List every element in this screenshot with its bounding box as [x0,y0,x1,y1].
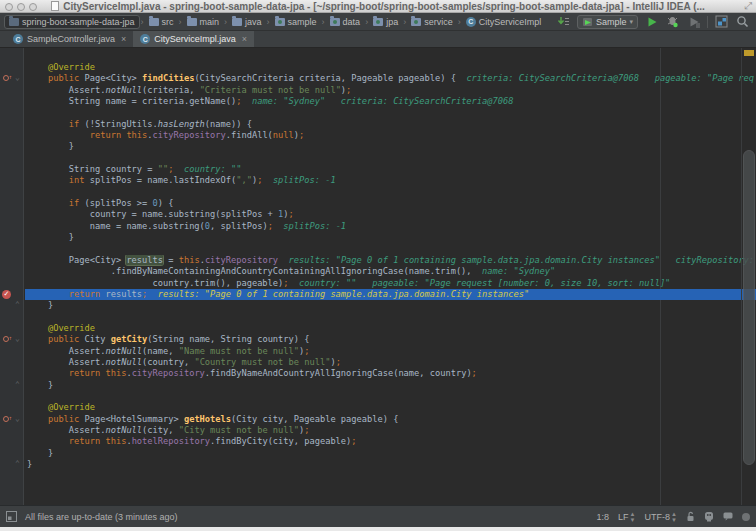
gutter-cell[interactable] [0,221,25,232]
code-line[interactable]: country.trim(), pageable); country: "" p… [0,278,756,289]
code-line[interactable] [0,187,756,198]
code-line[interactable] [0,244,756,255]
breadcrumb-item-service[interactable]: service [407,16,457,28]
code-line[interactable] [0,107,756,118]
code-line[interactable]: Assert.notNull(criteria, "Criteria must … [0,85,756,96]
execution-line[interactable]: return results; results: "Page 0 of 1 co… [0,289,756,300]
gutter-cell[interactable] [0,448,25,459]
encoding-select[interactable]: UTF-8▲▼ [645,511,677,523]
code-line[interactable]: } [0,448,756,459]
gutter-cell[interactable] [0,209,25,220]
gutter-cell[interactable] [0,73,25,84]
override-method-icon[interactable] [3,75,9,81]
gutter-cell[interactable] [0,334,25,345]
gutter-cell[interactable] [0,175,25,186]
code-line[interactable] [0,391,756,402]
gutter-cell[interactable] [0,436,25,447]
code-line[interactable]: } [0,232,756,243]
run-button[interactable] [644,15,659,29]
gutter-cell[interactable] [0,164,25,175]
gutter-cell[interactable] [0,119,25,130]
gutter-cell[interactable] [0,459,25,470]
code-line[interactable]: } [0,300,756,311]
fold-collapse-icon[interactable] [15,414,20,424]
gutter-cell[interactable] [0,402,25,413]
breakpoint-icon[interactable] [2,290,11,299]
code-line[interactable]: @Override [0,402,756,413]
feedback-bubble-icon[interactable] [723,512,733,521]
code-line[interactable]: public Page<HotelSummary> getHotels(City… [0,414,756,425]
breadcrumb-item-src[interactable]: src [145,16,178,28]
code-line[interactable]: } [0,380,756,391]
code-editor[interactable]: @Override public Page<City> findCities(C… [0,48,756,505]
fold-end-icon[interactable] [15,300,20,310]
gutter-cell[interactable] [0,391,25,402]
breadcrumb-item-data[interactable]: data [326,16,365,28]
gutter-cell[interactable] [0,380,25,391]
vcs-update-icon[interactable] [556,15,571,29]
gutter-cell[interactable] [0,323,25,334]
gutter-cell[interactable] [0,141,25,152]
gutter-cell[interactable] [0,62,25,73]
gutter-cell[interactable] [0,300,25,311]
restore-layout-icon[interactable] [714,15,729,29]
code-line[interactable]: .findByNameContainingAndCountryContainin… [0,266,756,277]
scrollbar-thumb[interactable] [743,150,755,465]
code-line[interactable]: country = name.substring(splitPos + 1); [0,209,756,220]
code-line[interactable] [0,312,756,323]
code-line[interactable]: if (!StringUtils.hasLength(name)) { [0,119,756,130]
gutter-cell[interactable] [0,244,25,255]
run-config-select[interactable]: Sample ▾ [577,15,638,29]
override-method-icon[interactable] [3,416,9,422]
fold-collapse-icon[interactable] [15,334,20,344]
gutter-cell[interactable] [0,289,25,300]
debug-button[interactable] [665,15,680,29]
code-line[interactable]: return this.cityRepository.findByNameAnd… [0,368,756,379]
gutter-cell[interactable] [0,153,25,164]
code-line[interactable]: @Override [0,323,756,334]
gutter-cell[interactable] [0,130,25,141]
code-line[interactable]: Assert.notNull(name, "Name must not be n… [0,346,756,357]
code-line[interactable]: Assert.notNull(city, "City must not be n… [0,425,756,436]
gutter-cell[interactable] [0,425,25,436]
error-stripe[interactable] [741,48,756,505]
gutter-cell[interactable] [0,278,25,289]
gutter-cell[interactable] [0,96,25,107]
breadcrumb-item-cityserviceimpl[interactable]: CCityServiceImpl [462,16,546,28]
code-line[interactable]: } [0,459,756,470]
run-with-coverage-button[interactable] [686,15,701,29]
code-line[interactable]: if (splitPos >= 0) { [0,198,756,209]
code-line[interactable]: Page<City> results = this.cityRepository… [0,255,756,266]
code-line[interactable]: return this.hotelRepository.findByCity(c… [0,436,756,447]
code-line[interactable]: int splitPos = name.lastIndexOf(","); sp… [0,175,756,186]
minimize-window-button[interactable] [17,3,25,11]
fold-end-icon[interactable] [15,380,20,390]
code-line[interactable]: @Override [0,62,756,73]
gutter-cell[interactable] [0,266,25,277]
breadcrumb-item-java[interactable]: java [228,16,266,28]
gutter-cell[interactable] [0,198,25,209]
close-icon[interactable]: × [121,34,126,44]
fullscreen-icon[interactable]: ⤢ [744,0,752,12]
gutter-cell[interactable] [0,312,25,323]
code-line[interactable] [0,153,756,164]
code-line[interactable]: String name = criteria.getName(); name: … [0,96,756,107]
warning-stripe-mark[interactable] [744,50,754,56]
gutter-cell[interactable] [0,107,25,118]
background-process-icon[interactable] [742,513,750,521]
search-everywhere-icon[interactable] [735,15,750,29]
close-icon[interactable]: × [242,34,247,44]
breadcrumb-item-main[interactable]: main [183,16,224,28]
close-window-button[interactable] [5,3,13,11]
code-line[interactable]: String country = ""; country: "" [0,164,756,175]
gutter-cell[interactable] [0,414,25,425]
tab-samplecontroller[interactable]: C SampleController.java × [6,31,133,47]
toolwindow-toggle-icon[interactable] [6,511,17,522]
gutter-cell[interactable] [0,187,25,198]
code-line[interactable]: name = name.substring(0, splitPos); spli… [0,221,756,232]
code-line[interactable]: public Page<City> findCities(CitySearchC… [0,73,756,84]
breadcrumb-item-sample[interactable]: sample [271,16,321,28]
gutter-cell[interactable] [0,346,25,357]
zoom-window-button[interactable] [29,3,37,11]
lock-icon[interactable] [686,511,695,522]
